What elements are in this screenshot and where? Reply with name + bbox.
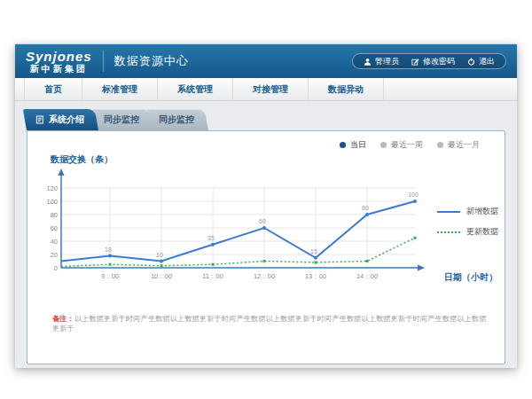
tab-inner: 系统介绍 bbox=[35, 109, 84, 130]
svg-text:14：00: 14：00 bbox=[356, 272, 378, 280]
svg-text:35: 35 bbox=[207, 235, 215, 241]
tab-label: 同步监控 bbox=[159, 109, 194, 130]
logout-icon bbox=[467, 58, 475, 66]
svg-text:0: 0 bbox=[54, 264, 58, 272]
tab-label: 同步监控 bbox=[104, 109, 139, 130]
svg-text:60: 60 bbox=[259, 218, 266, 224]
legend-label: 新增数据 bbox=[466, 206, 498, 217]
footnote-text: 以上数据更新于时间产生数据以上数据更新于时间产生数据以上数据更新于时间产生数据以… bbox=[52, 315, 487, 332]
user-actions-bar: 管理员修改密码退出 bbox=[352, 53, 506, 69]
tab-1[interactable]: 同步监控 bbox=[91, 109, 153, 130]
svg-text:100: 100 bbox=[46, 198, 58, 206]
application-window: Synjones 新中新集团 数据资源中心 管理员修改密码退出 首页标准管理系统… bbox=[15, 44, 517, 368]
nav-item-0[interactable]: 首页 bbox=[24, 78, 82, 100]
radio-dot-icon bbox=[437, 142, 443, 148]
document-icon bbox=[35, 115, 44, 124]
radio-dot-icon bbox=[380, 142, 387, 148]
user-action-logout[interactable]: 退出 bbox=[467, 56, 495, 67]
y-axis-title: 数据交换（条） bbox=[51, 153, 113, 166]
svg-text:11：00: 11：00 bbox=[202, 272, 223, 280]
app-title: 数据资源中心 bbox=[114, 53, 189, 69]
radio-dot-icon bbox=[340, 142, 346, 148]
range-filter-1[interactable]: 最近一周 bbox=[380, 139, 423, 151]
tab-inner: 同步监控 bbox=[104, 109, 139, 130]
svg-text:80: 80 bbox=[362, 205, 369, 211]
main-nav: 首页标准管理系统管理对接管理数据异动 bbox=[15, 78, 517, 101]
line-chart: 0204060801001209：0010：0011：0012：0013：001… bbox=[36, 165, 453, 300]
app-header: Synjones 新中新集团 数据资源中心 管理员修改密码退出 bbox=[15, 44, 517, 78]
svg-text:9：00: 9：00 bbox=[101, 272, 119, 280]
range-filter-label: 最近一周 bbox=[391, 139, 423, 151]
svg-text:10：00: 10：00 bbox=[151, 272, 172, 280]
svg-text:40: 40 bbox=[51, 238, 58, 246]
tab-bar: 系统介绍同步监控同步监控 bbox=[27, 109, 208, 130]
range-filter-label: 当日 bbox=[350, 139, 366, 151]
user-icon bbox=[364, 58, 372, 66]
svg-text:60: 60 bbox=[51, 224, 58, 232]
nav-item-4[interactable]: 数据异动 bbox=[309, 78, 384, 100]
svg-text:10: 10 bbox=[156, 252, 163, 258]
range-filter-0[interactable]: 当日 bbox=[340, 139, 366, 151]
logo[interactable]: Synjones 新中新集团 bbox=[26, 50, 92, 74]
user-action-label: 退出 bbox=[479, 56, 495, 67]
legend-swatch-icon bbox=[437, 231, 460, 233]
range-filter-group: 当日最近一周最近一月 bbox=[340, 139, 480, 151]
legend-label: 更新数据 bbox=[466, 226, 498, 238]
svg-text:15: 15 bbox=[310, 248, 317, 254]
logo-company-text: 新中新集团 bbox=[26, 65, 92, 74]
user-action-user[interactable]: 管理员 bbox=[364, 56, 399, 67]
user-action-label: 修改密码 bbox=[423, 56, 455, 67]
edit-icon bbox=[411, 58, 419, 66]
footnote-prefix: 备注： bbox=[52, 315, 74, 323]
x-axis-title: 日期（小时） bbox=[444, 271, 497, 284]
logo-brand-text: Synjones bbox=[26, 50, 92, 63]
nav-item-3[interactable]: 对接管理 bbox=[233, 78, 309, 100]
tab-inner: 同步监控 bbox=[159, 109, 194, 130]
range-filter-2[interactable]: 最近一月 bbox=[437, 139, 480, 151]
svg-text:100: 100 bbox=[408, 192, 419, 198]
tab-label: 系统介绍 bbox=[49, 109, 84, 130]
svg-text:13：00: 13：00 bbox=[305, 272, 326, 280]
svg-text:18: 18 bbox=[105, 246, 112, 253]
svg-text:12：00: 12：00 bbox=[254, 272, 275, 280]
content-area: 系统介绍同步监控同步监控 当日最近一周最近一月 数据交换（条） 02040608… bbox=[15, 101, 517, 368]
series-legend: 新增数据更新数据 bbox=[437, 206, 498, 238]
legend-item-1[interactable]: 更新数据 bbox=[437, 226, 498, 238]
range-filter-label: 最近一月 bbox=[448, 139, 480, 151]
svg-text:120: 120 bbox=[46, 184, 58, 192]
nav-item-1[interactable]: 标准管理 bbox=[82, 78, 158, 100]
tab-0[interactable]: 系统介绍 bbox=[23, 109, 98, 130]
svg-text:80: 80 bbox=[51, 211, 58, 219]
legend-swatch-icon bbox=[437, 211, 460, 213]
user-action-edit[interactable]: 修改密码 bbox=[411, 56, 455, 67]
legend-item-0[interactable]: 新增数据 bbox=[437, 206, 498, 217]
footnote: 备注：以上数据更新于时间产生数据以上数据更新于时间产生数据以上数据更新于时间产生… bbox=[52, 314, 487, 333]
svg-text:20: 20 bbox=[51, 251, 58, 259]
user-action-label: 管理员 bbox=[375, 56, 399, 67]
chart-panel: 当日最近一周最近一月 数据交换（条） 0204060801001209：0010… bbox=[27, 130, 505, 364]
tab-2[interactable]: 同步监控 bbox=[146, 109, 208, 130]
header-divider bbox=[103, 51, 104, 72]
nav-item-2[interactable]: 系统管理 bbox=[158, 78, 233, 100]
